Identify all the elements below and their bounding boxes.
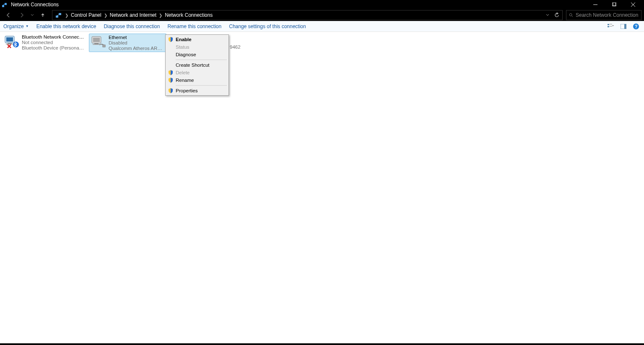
svg-rect-13 (608, 26, 609, 27)
connection-name: Bluetooth Network Connection (22, 34, 85, 40)
svg-line-10 (572, 16, 573, 17)
help-button[interactable]: ? (631, 22, 641, 31)
cmd-enable-device[interactable]: Enable this network device (36, 24, 96, 29)
search-icon (569, 13, 573, 18)
svg-rect-4 (613, 3, 616, 6)
ctx-properties[interactable]: Properties (166, 87, 228, 94)
window-title: Network Connections (11, 2, 586, 8)
ctx-rename-label: Rename (176, 78, 194, 83)
ethernet-adapter-icon (91, 35, 106, 50)
ctx-rename[interactable]: Rename (166, 76, 228, 84)
bottom-strip (0, 343, 644, 345)
refresh-button[interactable] (552, 10, 561, 20)
wifi-device-fragment: 9462 (230, 44, 241, 50)
recent-dropdown[interactable] (29, 10, 35, 20)
cmd-diagnose[interactable]: Diagnose this connection (104, 24, 160, 29)
svg-rect-14 (610, 26, 612, 26)
ctx-status: Status (166, 43, 228, 51)
window-controls (586, 0, 642, 9)
svg-rect-20 (6, 37, 13, 42)
breadcrumb-icon (55, 11, 62, 19)
ctx-enable-label: Enable (176, 37, 192, 42)
svg-rect-22 (6, 44, 13, 44)
svg-rect-16 (624, 24, 626, 29)
svg-rect-21 (8, 43, 12, 44)
up-button[interactable] (37, 10, 49, 20)
ctx-delete-label: Delete (176, 70, 190, 75)
ctx-diagnose-label: Diagnose (176, 52, 196, 57)
crumb-control-panel[interactable]: Control Panel (69, 10, 103, 20)
chevron-right-icon[interactable]: ❯ (158, 13, 163, 18)
shield-icon (168, 88, 174, 94)
ctx-create-shortcut-label: Create Shortcut (176, 63, 210, 68)
address-dropdown[interactable] (543, 10, 552, 20)
shield-icon (168, 37, 174, 42)
ctx-delete: Delete (166, 69, 228, 76)
svg-rect-11 (608, 24, 609, 25)
forward-button[interactable] (16, 10, 28, 20)
close-button[interactable] (623, 0, 642, 9)
ctx-enable[interactable]: Enable (166, 36, 228, 43)
connection-name: Ethernet (109, 35, 164, 40)
connection-device: Bluetooth Device (Personal Area ... (22, 45, 85, 51)
svg-rect-27 (93, 38, 100, 42)
svg-rect-7 (56, 16, 58, 18)
svg-rect-0 (2, 5, 4, 7)
search-input[interactable] (576, 12, 639, 18)
svg-rect-28 (94, 43, 99, 44)
search-box[interactable] (566, 10, 641, 20)
connection-status: Disabled (109, 40, 164, 46)
breadcrumb[interactable]: ❯ Control Panel ❯ Network and Internet ❯… (52, 10, 563, 20)
crumb-network-connections[interactable]: Network Connections (163, 10, 214, 20)
svg-text:?: ? (635, 24, 638, 29)
svg-rect-3 (612, 3, 615, 6)
svg-rect-29 (93, 44, 100, 45)
shield-icon (168, 70, 174, 76)
ctx-status-label: Status (176, 44, 190, 50)
command-bar: Organize ▼ Enable this network device Di… (0, 21, 644, 32)
preview-pane-button[interactable] (619, 22, 628, 31)
bluetooth-adapter-icon (4, 34, 19, 50)
cmd-change-settings[interactable]: Change settings of this connection (229, 24, 306, 29)
chevron-right-icon[interactable]: ❯ (103, 13, 108, 18)
titlebar: Network Connections (0, 0, 644, 9)
svg-rect-30 (103, 45, 105, 47)
svg-rect-12 (610, 24, 612, 24)
caret-down-icon: ▼ (26, 24, 29, 28)
connection-status: Not connected (22, 40, 85, 45)
connection-item-ethernet[interactable]: Ethernet Disabled Qualcomm Atheros AR817… (89, 34, 166, 52)
cmd-rename[interactable]: Rename this connection (167, 24, 221, 29)
back-button[interactable] (3, 10, 14, 20)
minimize-button[interactable] (586, 0, 605, 9)
separator (176, 60, 227, 60)
chevron-right-icon[interactable]: ❯ (64, 13, 69, 18)
organize-label: Organize (3, 24, 24, 29)
connection-item-bluetooth[interactable]: Bluetooth Network Connection Not connect… (3, 34, 86, 52)
organize-dropdown[interactable]: Organize ▼ (3, 24, 29, 29)
app-icon (2, 1, 8, 8)
addressbar: ❯ Control Panel ❯ Network and Internet ❯… (0, 9, 644, 21)
content-area[interactable]: Bluetooth Network Connection Not connect… (0, 32, 644, 343)
svg-point-9 (569, 13, 572, 16)
view-options-button[interactable] (606, 22, 615, 31)
connection-device: Qualcomm Atheros AR8171/817... (109, 46, 164, 51)
maximize-button[interactable] (605, 0, 623, 9)
shield-icon (168, 77, 174, 83)
context-menu: Enable Status Diagnose Create Shortcut D… (165, 34, 229, 96)
separator (176, 85, 227, 86)
ctx-diagnose[interactable]: Diagnose (166, 51, 228, 58)
ctx-properties-label: Properties (176, 88, 197, 93)
crumb-network-internet[interactable]: Network and Internet (108, 10, 158, 20)
ctx-create-shortcut[interactable]: Create Shortcut (166, 61, 228, 69)
